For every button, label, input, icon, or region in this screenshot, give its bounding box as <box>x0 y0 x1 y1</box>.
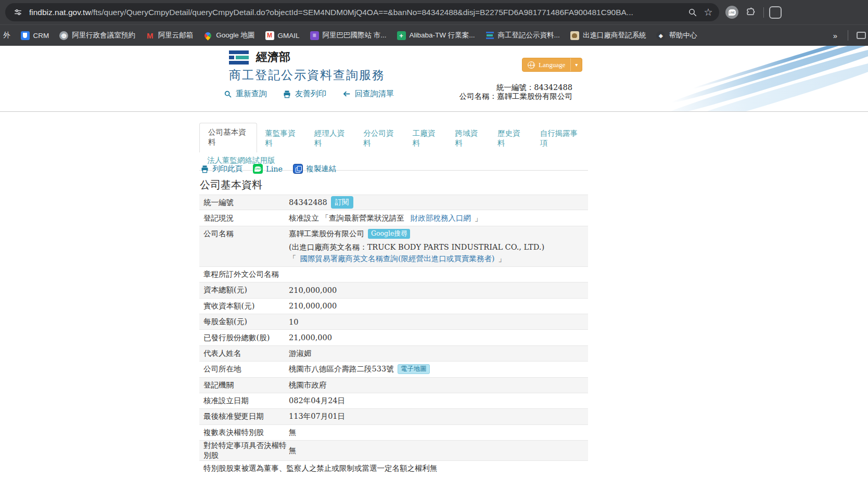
row-label: 每股金額(元) <box>199 317 289 327</box>
globe-icon: ⊕ <box>59 31 68 40</box>
paid-in-capital-value: 210,000,000 <box>289 302 337 310</box>
issued-shares-value: 21,000,000 <box>289 333 332 342</box>
row-label: 複數表決權特別股 <box>199 428 289 437</box>
other-bookmarks-icon[interactable] <box>857 32 866 39</box>
back-to-list-button[interactable]: 回查詢清單 <box>342 89 394 99</box>
tab-managers[interactable]: 經理人資料 <box>307 124 355 152</box>
bookmark-item[interactable]: 外 <box>2 31 16 40</box>
bookmark-label: 出進口廠商登記系統 <box>583 31 646 40</box>
bookmark-item-gmail[interactable]: M GMAIL <box>260 31 305 40</box>
google-search-badge[interactable]: Google搜尋 <box>368 229 410 239</box>
tab-directors[interactable]: 董監事資料 <box>257 124 306 152</box>
uniform-number-line: 統一編號：84342488 <box>390 83 572 92</box>
table-row-last-change-date: 最後核准變更日期 113年07月01日 <box>199 409 588 424</box>
special-shares-restriction-text: 特別股股東被選為董事、監察人之禁止或限制或當選一定名額之權利無 <box>199 464 438 473</box>
veto-shares-value: 無 <box>289 446 297 456</box>
bookmarks-bar: 外 CRM ⊕ 阿里行政會議室預約 M 阿里云邮箱 Google 地圖 M GM… <box>0 24 868 46</box>
tab-history[interactable]: 歷史資料 <box>490 124 532 152</box>
list-icon: ≡ <box>310 31 319 40</box>
capital-value: 210,000,000 <box>289 286 337 294</box>
table-row-foreign-name: 章程所訂外文公司名稱 <box>199 267 588 282</box>
moea-bars-icon <box>486 31 494 40</box>
emap-badge[interactable]: 電子地圖 <box>398 364 430 374</box>
bookmark-item-alibaba-intl[interactable]: ≡ 阿里巴巴國際站 市... <box>305 31 392 40</box>
browser-toolbar: findbiz.nat.gov.tw/fts/query/QueryCmpyDe… <box>0 0 868 24</box>
bookmark-label: 商工登記公示資料... <box>498 31 560 40</box>
copy-link-button[interactable]: 複製連結 <box>293 164 336 174</box>
table-row-address: 公司所在地 桃園市八德區介壽路二段533號 電子地圖 <box>199 362 588 377</box>
bookmarks-overflow-chevron[interactable]: » <box>828 31 843 40</box>
table-row-veto-shares: 對於特定事項具否決權特別股 無 <box>199 441 588 461</box>
bookmark-item-gmaps[interactable]: Google 地圖 <box>198 31 260 40</box>
toolbar-divider <box>763 7 764 18</box>
status-text: 核准設立 「查詢最新營業狀況請至 <box>289 213 407 223</box>
tab-factories[interactable]: 工廠資料 <box>405 124 448 152</box>
table-row-multiple-voting-shares: 複數表決權特別股 無 <box>199 425 588 441</box>
bracket-close: 」 <box>498 254 506 264</box>
share-row: 列印此頁 LINE Line 複製連結 <box>200 164 336 174</box>
table-row-establishment-date: 核准設立日期 082年04月24日 <box>199 393 588 409</box>
row-label: 統一編號 <box>199 198 289 208</box>
tab-company-basic[interactable]: 公司基本資料 <box>199 123 257 152</box>
bookmark-label: 帮助中心 <box>669 31 697 40</box>
bookmark-label: 外 <box>3 31 10 40</box>
company-summary: 統一編號：84342488 公司名稱：嘉韡工業股份有限公司 <box>390 83 572 101</box>
table-row-company-name: 公司名稱 嘉韡工業股份有限公司 Google搜尋 (出進口廠商英文名稱：TRUC… <box>199 226 588 267</box>
table-row-par-value: 每股金額(元) 10 <box>199 314 588 330</box>
site-header: 經濟部 商工登記公示資料查詢服務 Language ▾ 重新查詢 友善列 <box>0 46 868 112</box>
row-label: 資本總額(元) <box>199 285 289 295</box>
table-row-capital: 資本總額(元) 210,000,000 <box>199 282 588 298</box>
shield-icon <box>21 31 30 40</box>
row-label: 登記機關 <box>199 380 289 390</box>
tab-cross-domain[interactable]: 跨域資料 <box>447 124 490 152</box>
tiger-icon <box>570 31 579 40</box>
printer-icon <box>200 165 209 173</box>
multiple-voting-shares-value: 無 <box>289 428 297 437</box>
chevron-down-icon[interactable]: ▾ <box>570 58 582 71</box>
bookmark-item-findbiz[interactable]: 商工登記公示資料... <box>480 31 565 40</box>
tab-branches[interactable]: 分公司資料 <box>355 124 404 152</box>
table-row-uniform-number: 統一編號 84342488 訂閱 <box>199 195 588 210</box>
tax-portal-link[interactable]: 財政部稅務入口網 <box>411 213 471 223</box>
requery-label: 重新查詢 <box>236 89 267 99</box>
bookmark-item-alimail[interactable]: M 阿里云邮箱 <box>141 31 199 40</box>
ministry-name: 經濟部 <box>256 49 290 65</box>
url-text[interactable]: findbiz.nat.gov.tw/fts/query/QueryCmpyDe… <box>29 8 685 17</box>
bracket-open: 「 <box>289 254 297 264</box>
requery-button[interactable]: 重新查詢 <box>224 89 267 99</box>
globe-icon <box>528 61 535 69</box>
bookmarks-divider <box>848 30 848 41</box>
tab-self-disclosure[interactable]: 自行揭露事項 <box>532 124 588 152</box>
decorative-banner-graphic <box>666 46 868 111</box>
bookmark-item-meeting[interactable]: ⊕ 阿里行政會議室預約 <box>54 31 141 40</box>
print-friendly-button[interactable]: 友善列印 <box>283 89 326 99</box>
bookmark-item-trade-registry[interactable]: 出進口廠商登記系統 <box>565 31 652 40</box>
zoom-icon[interactable] <box>685 5 700 20</box>
row-label: 代表人姓名 <box>199 349 289 358</box>
profile-avatar[interactable] <box>769 6 782 19</box>
address-bar[interactable]: findbiz.nat.gov.tw/fts/query/QueryCmpyDe… <box>5 3 719 21</box>
representative-value: 游淑媚 <box>289 349 312 358</box>
trade-admin-english-name-link[interactable]: 國際貿易署廠商英文名稱查詢(限經營出進口或買賣業務者) <box>300 254 495 264</box>
language-button[interactable]: Language ▾ <box>522 58 582 72</box>
line-extension-icon[interactable]: LINE <box>725 6 738 19</box>
print-page-label: 列印此頁 <box>212 164 242 174</box>
site-settings-icon[interactable] <box>10 5 25 20</box>
company-name-value: 嘉韡工業股份有限公司 <box>289 229 364 239</box>
site-title: 商工登記公示資料查詢服務 <box>229 67 385 83</box>
print-page-link[interactable]: 列印此頁 <box>200 164 242 174</box>
language-label: Language <box>539 61 565 69</box>
extensions-puzzle-icon[interactable] <box>743 5 758 20</box>
bookmark-item-alibaba-tw[interactable]: + Alibaba-TW 行業案... <box>392 31 480 40</box>
subscribe-badge[interactable]: 訂閱 <box>331 196 353 209</box>
establishment-date-value: 082年04月24日 <box>289 396 345 406</box>
bookmark-label: 阿里巴巴國際站 市... <box>323 31 387 40</box>
table-row-paid-in-capital: 實收資本額(元) 210,000,000 <box>199 299 588 314</box>
bookmark-label: 阿里行政會議室預約 <box>72 31 135 40</box>
bookmark-star-icon[interactable]: ☆ <box>700 5 716 20</box>
bookmark-item-crm[interactable]: CRM <box>16 31 55 40</box>
line-share-link[interactable]: LINE Line <box>253 164 283 174</box>
par-value: 10 <box>289 318 298 326</box>
bookmark-item-help-center[interactable]: ◆ 帮助中心 <box>651 31 702 40</box>
last-change-date-value: 113年07月01日 <box>289 411 345 421</box>
